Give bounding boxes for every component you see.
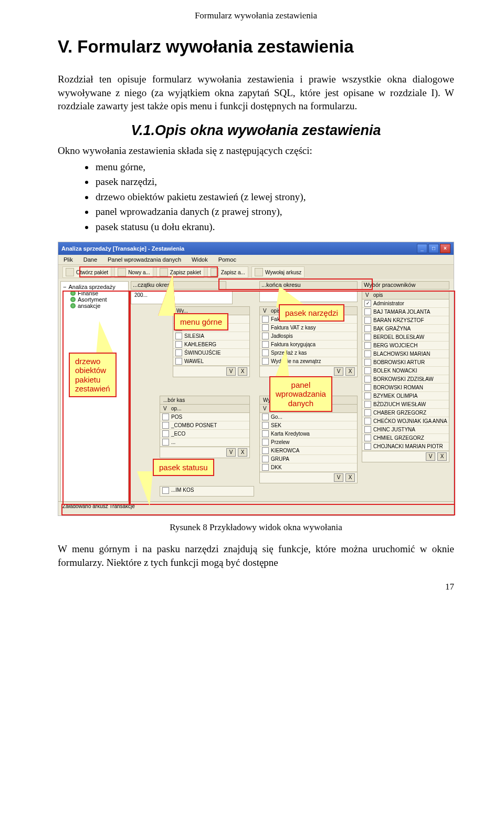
select-all-button[interactable]: V: [226, 448, 236, 457]
clear-all-button[interactable]: X: [345, 367, 355, 376]
checkbox-icon[interactable]: [364, 426, 371, 433]
menu-item-plik[interactable]: Plik: [64, 256, 73, 263]
checkbox-icon[interactable]: [262, 422, 269, 429]
checkbox-icon[interactable]: [175, 333, 182, 339]
tree-root[interactable]: Analiza sprzedaży: [68, 284, 115, 290]
checkbox-icon[interactable]: [262, 414, 269, 420]
checkbox-icon[interactable]: [364, 384, 371, 391]
checkbox-icon[interactable]: [262, 456, 269, 462]
checkbox-icon[interactable]: [175, 341, 182, 348]
list-item[interactable]: ✓Administrator: [362, 299, 449, 308]
list-item[interactable]: POS: [160, 413, 249, 421]
clear-all-button[interactable]: X: [437, 452, 447, 461]
checkbox-icon[interactable]: [364, 317, 371, 324]
menu-item-widok[interactable]: Widok: [192, 256, 208, 263]
list-item[interactable]: GRUPA: [260, 455, 357, 463]
list-item[interactable]: _COMBO POSNET: [160, 421, 249, 430]
select-all-button[interactable]: V: [426, 452, 435, 461]
checkbox-icon[interactable]: [364, 409, 371, 416]
list-item[interactable]: Jadłospis: [260, 332, 357, 340]
list-item[interactable]: BOBROWSKI ARTUR: [362, 358, 449, 367]
list-item[interactable]: BARAN KRZYSZTOF: [362, 316, 449, 325]
close-button[interactable]: ×: [440, 244, 450, 253]
list-item[interactable]: Go...: [260, 413, 357, 421]
checkbox-icon[interactable]: [162, 430, 169, 437]
list-box-employees[interactable]: V opis ✓AdministratorBAJ TAMARA JOLANTAB…: [362, 291, 449, 462]
tree-item-transakcje[interactable]: ansakcje: [78, 303, 100, 309]
checkbox-icon[interactable]: [262, 341, 269, 348]
tb-call-sheet[interactable]: Wywołaj arkusz: [251, 266, 304, 278]
checkbox-icon[interactable]: [262, 439, 269, 446]
list-item[interactable]: BLACHOWSKI MARIAN: [362, 350, 449, 358]
clear-all-button[interactable]: X: [238, 367, 247, 376]
list-item[interactable]: SILESIA: [173, 332, 249, 340]
clear-all-button[interactable]: X: [238, 448, 247, 457]
checkbox-icon[interactable]: [262, 430, 269, 437]
collapse-icon[interactable]: −: [63, 284, 66, 290]
checkbox-icon[interactable]: [262, 349, 269, 356]
input-period-start[interactable]: 200...: [131, 291, 233, 304]
minimize-button[interactable]: _: [417, 244, 427, 253]
checkbox-icon[interactable]: [262, 358, 269, 365]
checkbox-icon[interactable]: [364, 334, 371, 340]
checkbox-icon[interactable]: [364, 443, 371, 450]
checkbox-icon[interactable]: [364, 367, 371, 374]
list-item[interactable]: _ECO: [160, 430, 249, 438]
list-item[interactable]: CHINC JUSTYNA: [362, 426, 449, 434]
list-item[interactable]: BOLEK NOWACKI: [362, 367, 449, 375]
list-item[interactable]: BŻDZIUCH WIESŁAW: [362, 400, 449, 409]
maximize-button[interactable]: □: [428, 244, 439, 253]
checkbox-icon[interactable]: [162, 439, 169, 446]
list-item[interactable]: KAHLEBERG: [173, 340, 249, 349]
checkbox-icon[interactable]: [364, 325, 371, 332]
list-item[interactable]: KIEROWCA: [260, 447, 357, 455]
list-item[interactable]: BAJ TAMARA JOLANTA: [362, 308, 449, 316]
list-item[interactable]: SEK: [260, 421, 357, 430]
list-item[interactable]: ŚWINOUJŚCIE: [173, 349, 249, 357]
checkbox-icon[interactable]: [262, 316, 269, 323]
checkbox-icon[interactable]: [364, 342, 371, 349]
list-item[interactable]: Karta Kredytowa: [260, 430, 357, 438]
list-item[interactable]: CHEĆKO WOJNIAK IGA ANNA: [362, 417, 449, 426]
tree-item-asortyment[interactable]: Asortyment: [78, 296, 107, 303]
list-item[interactable]: WAWEL: [173, 357, 249, 366]
checkbox-icon[interactable]: [364, 350, 371, 357]
checkbox-icon[interactable]: [364, 376, 371, 383]
list-item[interactable]: ...: [160, 438, 249, 447]
list-box-cash[interactable]: ...bór kas V op... POS_COMBO POSNET_ECO.…: [160, 396, 250, 458]
menu-item-pomoc[interactable]: Pomoc: [218, 256, 236, 263]
checkbox-icon[interactable]: [364, 392, 371, 399]
list-item[interactable]: Faktura VAT z kasy: [260, 324, 357, 332]
list-item[interactable]: DKK: [260, 463, 357, 472]
tb-open-package[interactable]: Otwórz pakiet: [62, 266, 111, 278]
list-item[interactable]: BERG WOJCIECH: [362, 342, 449, 350]
checkbox-icon[interactable]: [364, 308, 371, 315]
window-titlebar[interactable]: Analiza sprzedaży [Transakcje] - Zestawi…: [58, 242, 454, 255]
list-item[interactable]: CHOJNACKI MARIAN PIOTR: [362, 442, 449, 451]
select-all-button[interactable]: V: [334, 367, 343, 376]
checkbox-icon[interactable]: [364, 401, 371, 408]
checkbox-icon[interactable]: [364, 418, 371, 425]
select-all-button[interactable]: V: [226, 367, 236, 376]
list-item[interactable]: BORKOWSKI ZDZISŁAW: [362, 375, 449, 384]
checkbox-icon[interactable]: [162, 422, 169, 429]
checkbox-icon[interactable]: [364, 435, 371, 441]
list-item[interactable]: BĄK GRAŻYNA: [362, 325, 449, 333]
tree-item-finanse[interactable]: Finanse: [78, 290, 98, 296]
checkbox-icon[interactable]: ✓: [364, 300, 371, 307]
clear-all-button[interactable]: X: [345, 473, 355, 482]
menu-item-panel[interactable]: Panel wprowadzania danych: [108, 256, 181, 263]
checkbox-icon[interactable]: [364, 359, 371, 366]
list-item[interactable]: BOROWSKI ROMAN: [362, 384, 449, 392]
checkbox-icon[interactable]: [162, 414, 169, 420]
input-period-end[interactable]: [259, 291, 358, 302]
menu-item-dane[interactable]: Dane: [83, 256, 97, 263]
tb-save[interactable]: Zapisz a...: [207, 266, 248, 278]
list-item[interactable]: CHABER GRZEGORZ: [362, 409, 449, 417]
checkbox-icon[interactable]: [175, 358, 182, 365]
list-item[interactable]: BERDEL BOLESŁAW: [362, 333, 449, 342]
select-all-button[interactable]: V: [334, 473, 343, 482]
checkbox-icon[interactable]: [262, 324, 269, 331]
checkbox-icon[interactable]: [262, 333, 269, 339]
checkbox-icon[interactable]: [175, 349, 182, 356]
